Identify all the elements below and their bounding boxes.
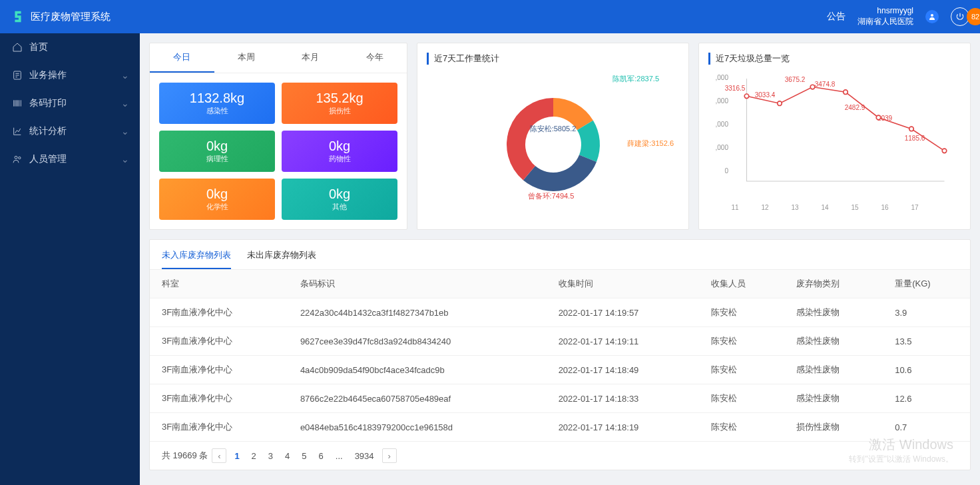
chevron-down-icon: ⌄ [121,126,129,137]
table-cell: 3.9 [883,298,970,327]
table-header-row: 科室条码标识收集时间收集人员废弃物类别重量(KG) [150,270,970,298]
table-cell: 3F南血液净化中心 [150,384,288,413]
table-cell: 2022-01-17 14:19:11 [547,327,699,356]
tile-value: 0kg [287,139,392,154]
announce-link[interactable]: 公告 [827,11,846,23]
donut-label: 曾备环:7494.5 [528,191,575,201]
tile-label: 药物性 [287,154,392,164]
line-chart: ,000,000,000,0000111213141516173316.5303… [708,71,961,218]
table-cell: 损伤性废物 [784,413,883,442]
users-icon [12,154,23,165]
table-cell: 8766c2e22b4645eca60758705e489eaf [288,384,547,413]
pager-page[interactable]: 3934 [351,450,378,462]
home-icon [12,42,23,53]
header-left: 医疗废物管理系统 [11,9,111,24]
sidebar-item-barcode[interactable]: 条码打印⌄ [0,89,140,117]
pager-page[interactable]: 6 [315,450,328,462]
sidebar-item-users[interactable]: 人员管理⌄ [0,145,140,173]
table-column-header: 废弃物类别 [784,270,883,298]
svg-point-8 [876,115,881,120]
orgname: 湖南省人民医院 [858,17,913,27]
table-row[interactable]: 3F南血液净化中心9627cee3e39d47fc8d3a924db843424… [150,327,970,356]
svg-point-0 [931,14,933,17]
sidebar-item-label: 条码打印 [29,97,67,109]
table-cell: 2022-01-17 14:18:49 [547,356,699,384]
tile-value: 0kg [164,139,270,154]
tile-value: 135.2kg [287,91,392,106]
period-tab[interactable]: 本周 [214,43,279,73]
sidebar: 首页业务操作⌄条码打印⌄统计分析⌄人员管理⌄ [0,33,140,485]
pager-prev[interactable]: ‹ [212,448,226,463]
stat-tile: 0kg药物性 [282,131,397,172]
pager-page[interactable]: ... [332,450,347,462]
period-tab[interactable]: 今日 [150,43,214,73]
donut-label: 陈安松:5805.2 [530,124,577,134]
table-cell: 感染性废物 [784,384,883,413]
avatar-icon[interactable] [925,10,939,23]
chevron-down-icon: ⌄ [121,70,129,81]
svg-point-10 [942,149,947,153]
table-cell: 陈安松 [699,298,785,327]
tile-label: 感染性 [164,106,270,116]
chart-icon [12,126,23,137]
tile-value: 0kg [164,187,270,202]
table-row[interactable]: 3F南血液净化中心e0484eba516c4183979200cc1e96158… [150,413,970,442]
tiles-grid: 1132.8kg感染性135.2kg损伤性0kg病理性0kg药物性0kg化学性0… [150,73,407,229]
table-cell: 13.5 [883,327,970,356]
donut-svg [500,91,607,198]
stat-tile: 0kg其他 [282,179,397,220]
sidebar-item-label: 业务操作 [29,69,67,81]
donut-label: 薛建梁:3152.6 [627,139,674,149]
pager-total: 共 19669 条 [162,450,208,462]
main-content: 今日本周本月今年 1132.8kg感染性135.2kg损伤性0kg病理性0kg药… [140,33,980,485]
table-tab[interactable]: 未入库废弃物列表 [162,249,231,269]
period-tabs: 今日本周本月今年 [150,43,407,73]
pager-page[interactable]: 2 [248,450,260,462]
pager-next[interactable]: › [382,448,397,463]
table-row[interactable]: 3F南血液净化中心4a4c0b909da54f90bcf4ace34fcadc9… [150,356,970,384]
table-row[interactable]: 3F南血液净化中心2242a30c44b1432ca3f1f4827347b1e… [150,298,970,327]
header-right: 公告 hnsrmyygl 湖南省人民医院 82 [827,6,969,27]
pager-page[interactable]: 5 [298,450,310,462]
table-cell: 3F南血液净化中心 [150,413,288,442]
stat-tile: 0kg病理性 [159,131,275,172]
table-column-header: 收集时间 [547,270,699,298]
chevron-down-icon: ⌄ [121,98,129,109]
table-cell: 感染性废物 [784,356,883,384]
pager: 共 19669 条‹123456...3934› [150,442,970,470]
summary-card: 今日本周本月今年 1132.8kg感染性135.2kg损伤性0kg病理性0kg药… [149,43,407,230]
period-tab[interactable]: 本月 [278,43,343,73]
tile-label: 其他 [287,202,392,212]
workload-card: 近7天工作量统计 薛建梁:3152.6陈凯军:2837.5陈安松:5805.2曾… [417,43,689,230]
task-icon [12,70,23,81]
table-row[interactable]: 3F南血液净化中心8766c2e22b4645eca60758705e489ea… [150,384,970,413]
table-tab[interactable]: 未出库废弃物列表 [247,249,316,269]
trash-title: 近7天垃圾总量一览 [708,53,961,65]
pager-page[interactable]: 3 [264,450,277,462]
table-column-header: 科室 [150,270,288,298]
user-block[interactable]: hnsrmyygl 湖南省人民医院 [858,6,913,27]
table-cell: 9627cee3e39d47fc8d3a924db8434240 [288,327,547,356]
sidebar-item-home[interactable]: 首页 [0,33,140,61]
sidebar-item-task[interactable]: 业务操作⌄ [0,61,140,89]
sidebar-item-chart[interactable]: 统计分析⌄ [0,117,140,145]
table-cell: 3F南血液净化中心 [150,327,288,356]
app-title: 医疗废物管理系统 [31,11,111,23]
tile-label: 病理性 [164,154,270,164]
svg-point-4 [744,94,749,99]
period-tab[interactable]: 今年 [343,43,407,73]
logo-icon [11,9,25,24]
table-cell: 4a4c0b909da54f90bcf4ace34fcadc9b [288,356,547,384]
table-cell: 2022-01-17 14:18:33 [547,384,699,413]
sidebar-item-label: 人员管理 [29,153,67,165]
table-cell: 感染性废物 [784,327,883,356]
notification-badge[interactable]: 82 [967,8,980,25]
svg-point-2 [15,156,17,159]
username: hnsrmyygl [858,6,913,17]
pager-page[interactable]: 4 [281,450,294,462]
stat-tile: 135.2kg损伤性 [282,83,397,124]
table-cell: e0484eba516c4183979200cc1e96158d [288,413,547,442]
line-svg [708,71,961,218]
pager-page[interactable]: 1 [230,450,243,462]
stat-tile: 0kg化学性 [159,179,275,220]
